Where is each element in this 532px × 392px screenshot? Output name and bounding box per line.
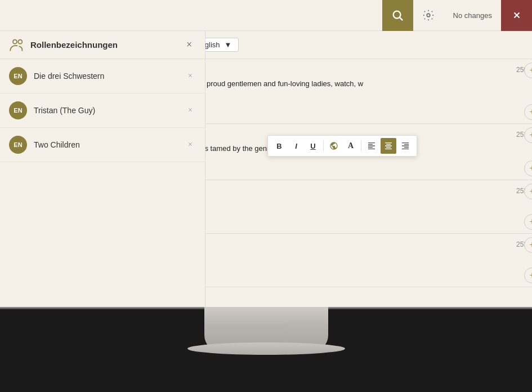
svg-point-0 [394,11,401,19]
monitor-wrapper: No changes Deutsch ▼ ÜBERSETZEN [0,0,532,392]
svg-point-6 [18,39,22,43]
toolbar-right: No changes [382,0,532,31]
role-item-3[interactable]: EN Two Children × [0,128,205,162]
search-icon [391,9,404,21]
align-center-icon [384,141,393,150]
align-right-button[interactable] [397,138,413,154]
align-left-button[interactable] [364,138,379,154]
gear-icon [422,9,435,21]
color-button[interactable] [326,138,342,154]
align-right-icon [401,141,410,150]
role-item-1[interactable]: EN Die drei Schwestern × [0,59,205,93]
roles-panel: Rollenbezeichnungen × EN Die drei Schwes… [0,31,205,307]
svg-point-2 [427,14,430,17]
no-changes-button[interactable]: No changes [444,0,501,31]
close-icon [512,10,522,20]
align-left-icon [367,141,376,150]
role-avatar-2: EN [9,101,27,119]
screen: No changes Deutsch ▼ ÜBERSETZEN [0,0,532,307]
underline-button[interactable]: U [305,138,321,154]
role-remove-3-button[interactable]: × [185,139,196,150]
roles-panel-header: Rollenbezeichnungen × [0,31,205,59]
role-item-2[interactable]: EN Tristan (The Guy) × [0,93,205,128]
settings-button[interactable] [413,0,444,31]
toolbar-divider-2 [361,140,361,152]
role-remove-2-button[interactable]: × [185,105,196,116]
toolbar-divider [323,140,324,152]
target-lang-arrow: ▼ [225,41,232,49]
search-button[interactable] [382,0,413,31]
roles-panel-title: Rollenbezeichnungen [30,40,118,50]
roles-icon [9,37,25,53]
italic-button[interactable]: I [288,138,304,154]
monitor-stand [204,307,328,352]
role-name-2: Tristan (The Guy) [34,106,178,115]
svg-line-1 [400,17,403,20]
roles-panel-close-button[interactable]: × [182,38,196,52]
color-icon [329,141,338,150]
role-avatar-1: EN [9,67,27,85]
role-name-3: Two Children [34,140,178,149]
roles-header-left: Rollenbezeichnungen [9,37,118,53]
role-name-1: Die drei Schwestern [34,72,178,81]
toolbar: No changes [0,0,532,31]
close-button[interactable] [501,0,532,31]
font-button[interactable]: A [343,138,359,154]
align-center-button[interactable] [381,138,396,154]
bold-button[interactable]: B [271,138,287,154]
format-toolbar: B I U A [267,135,417,157]
role-avatar-3: EN [9,136,27,154]
role-remove-1-button[interactable]: × [185,70,196,82]
svg-point-5 [13,39,17,43]
content-area: Deutsch ▼ ÜBERSETZEN NACH: English ▼ eri… [0,31,532,307]
